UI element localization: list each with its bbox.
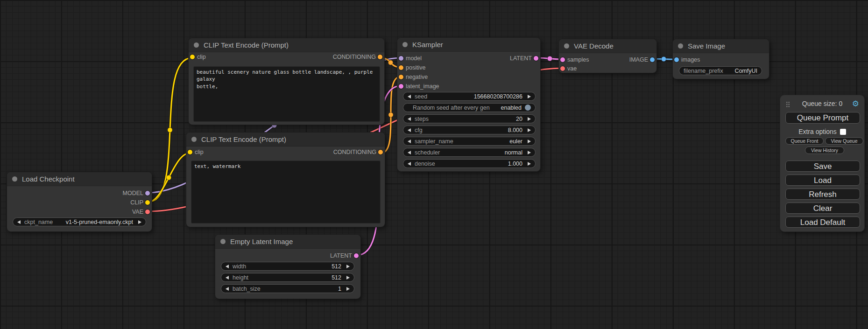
node-title-bar[interactable]: KSampler [397,38,540,52]
input-label-model: model [406,55,422,62]
load-button[interactable]: Load [785,175,860,186]
output-slot-image[interactable] [650,57,655,62]
output-slot-clip[interactable] [145,200,150,205]
input-label-clip: clip [195,148,204,156]
widget-denoise[interactable]: denoise 1.000 [403,159,536,168]
collapse-dot-icon[interactable] [564,43,569,49]
increment-arrow-icon[interactable] [346,276,350,280]
widget-label: seed [415,93,427,100]
node-title-bar[interactable]: Save Image [673,39,769,53]
widget-sampler-name[interactable]: sampler_name euler [403,137,536,146]
output-slot-conditioning[interactable] [378,55,382,59]
node-vae-decode[interactable]: VAE Decode samples IMAGE vae [558,39,657,73]
decrement-arrow-icon[interactable] [226,287,229,291]
collapse-dot-icon[interactable] [191,137,197,142]
output-slot-vae[interactable] [145,210,150,214]
queue-prompt-button[interactable]: Queue Prompt [785,112,860,124]
node-title-bar[interactable]: VAE Decode [559,39,656,53]
output-label-image: IMAGE [629,56,648,63]
decrement-arrow-icon[interactable] [226,265,229,268]
node-empty-latent-image[interactable]: Empty Latent Image LATENT width 512 heig… [215,234,361,299]
input-label-vae: vae [567,65,577,72]
refresh-button[interactable]: Refresh [785,189,860,200]
decrement-arrow-icon[interactable] [226,276,229,280]
increment-arrow-icon[interactable] [528,95,531,98]
collapse-dot-icon[interactable] [194,42,199,48]
widget-cfg[interactable]: cfg 8.000 [403,126,536,134]
node-title: KSampler [412,41,443,49]
increment-arrow-icon[interactable] [346,265,350,268]
output-slot-latent[interactable] [534,56,538,61]
comfyui-canvas[interactable]: { "colors": { "MODEL": "#B39DDB", "CLIP"… [0,0,868,329]
settings-gear-icon[interactable]: ⚙ [852,99,859,109]
collapse-dot-icon[interactable] [220,239,226,244]
prompt-textarea[interactable]: text, watermark [191,161,381,224]
input-label-negative: negative [406,73,428,81]
widget-batch-size[interactable]: batch_size 1 [221,284,354,293]
widget-scheduler[interactable]: scheduler normal [403,148,536,157]
collapse-dot-icon[interactable] [12,176,17,182]
view-queue-button[interactable]: View Queue [825,137,863,145]
node-title: CLIP Text Encode (Prompt) [201,135,286,143]
input-slot-clip[interactable] [190,55,195,59]
input-slot-negative[interactable] [399,75,403,79]
node-load-checkpoint[interactable]: Load Checkpoint MODEL CLIP VAE ckpt_name… [7,172,152,232]
increment-arrow-icon[interactable] [138,220,141,224]
decrement-arrow-icon[interactable] [408,151,411,154]
output-slot-latent[interactable] [354,253,359,258]
toggle-dot-icon[interactable] [525,105,531,111]
decrement-arrow-icon[interactable] [408,128,411,132]
input-slot-vae[interactable] [560,66,565,71]
input-slot-latent-image[interactable] [399,84,403,89]
output-slot-conditioning[interactable] [378,150,383,154]
widget-width[interactable]: width 512 [221,262,354,271]
load-default-button[interactable]: Load Default [785,217,860,228]
extra-options-checkbox[interactable] [840,129,846,135]
widget-filename-prefix[interactable]: filename_prefix ComfyUI [679,66,762,75]
widget-seed[interactable]: seed 156680208700286 [403,92,536,101]
decrement-arrow-icon[interactable] [408,162,411,166]
node-clip-text-encode-negative[interactable]: CLIP Text Encode (Prompt) clip CONDITION… [186,132,385,227]
input-slot-positive[interactable] [399,65,403,70]
prompt-textarea[interactable]: beautiful scenery nature glass bottle la… [193,66,380,122]
node-save-image[interactable]: Save Image images filename_prefix ComfyU… [672,39,769,79]
input-slot-images[interactable] [674,57,679,62]
widget-value: euler [509,138,522,145]
increment-arrow-icon[interactable] [528,140,531,143]
decrement-arrow-icon[interactable] [408,95,411,98]
input-slot-model[interactable] [399,56,403,61]
input-slot-samples[interactable] [560,57,565,62]
output-slot-model[interactable] [145,191,150,196]
widget-random-seed-toggle[interactable]: Random seed after every gen enabled [403,103,536,112]
queue-front-button[interactable]: Queue Front [785,137,824,145]
clear-button[interactable]: Clear [785,203,860,214]
widget-label: Random seed after every gen [413,105,490,111]
widget-label: denoise [415,161,435,167]
node-title-bar[interactable]: Empty Latent Image [215,235,360,249]
widget-height[interactable]: height 512 [221,273,354,282]
node-title-bar[interactable]: Load Checkpoint [7,172,152,186]
collapse-dot-icon[interactable] [402,42,408,47]
queue-menu-panel[interactable]: Queue size: 0 ⚙ Queue Prompt Extra optio… [780,95,865,232]
node-ksampler[interactable]: KSampler model LATENT positive negative … [397,37,541,172]
decrement-arrow-icon[interactable] [408,117,411,121]
increment-arrow-icon[interactable] [528,162,531,166]
widget-value: 1.000 [508,161,522,167]
node-clip-text-encode-positive[interactable]: CLIP Text Encode (Prompt) clip CONDITION… [188,38,385,125]
widget-value: 512 [332,274,341,281]
node-title-bar[interactable]: CLIP Text Encode (Prompt) [186,133,385,147]
increment-arrow-icon[interactable] [346,287,350,291]
node-title-bar[interactable]: CLIP Text Encode (Prompt) [189,38,384,52]
view-history-button[interactable]: View History [805,147,844,154]
decrement-arrow-icon[interactable] [17,220,21,224]
increment-arrow-icon[interactable] [528,117,531,121]
collapse-dot-icon[interactable] [678,43,683,49]
input-label-clip: clip [197,53,206,61]
widget-ckpt-name[interactable]: ckpt_name v1-5-pruned-emaonly.ckpt [13,217,146,226]
widget-steps[interactable]: steps 20 [403,114,536,123]
increment-arrow-icon[interactable] [528,128,531,132]
decrement-arrow-icon[interactable] [408,140,411,143]
increment-arrow-icon[interactable] [528,151,531,154]
input-slot-clip[interactable] [188,150,192,154]
save-button[interactable]: Save [785,161,860,172]
